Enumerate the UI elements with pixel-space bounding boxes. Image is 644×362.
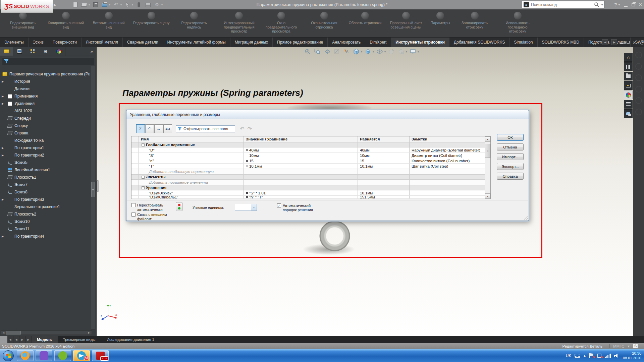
cell-value[interactable] [244, 180, 358, 185]
forum-icon[interactable] [624, 109, 633, 118]
rebuild-auto-option[interactable]: Перестраивать автоматически [131, 203, 168, 212]
tab-configurationmanager[interactable] [26, 47, 39, 56]
first-tab-icon[interactable]: ◀ [7, 336, 13, 343]
cell-note[interactable] [410, 185, 485, 190]
tray-expand-icon[interactable]: ▲ [583, 354, 586, 357]
rebuild-auto-checkbox[interactable] [131, 203, 136, 207]
commandmanager-tab[interactable]: Эскиз [29, 38, 48, 47]
row-selector[interactable] [131, 169, 139, 174]
cell-note[interactable] [410, 175, 485, 179]
cell-value[interactable] [244, 175, 358, 179]
document-restore-icon[interactable] [627, 41, 630, 44]
tree-item[interactable]: ▶ История [0, 78, 90, 85]
row-selector[interactable] [131, 164, 139, 169]
restore-icon[interactable] [632, 3, 635, 6]
dialog-filter-box[interactable]: Отфильтровать все поля [176, 125, 235, 132]
commandmanager-tab[interactable]: Инструменты отрисовки [391, 38, 449, 47]
cell-value[interactable]: = "n" * "T" [244, 196, 358, 198]
angular-units-select[interactable]: ▾ [235, 204, 257, 211]
expand-arrow-icon[interactable]: ▶ [2, 154, 6, 157]
view-orientation-icon[interactable] [352, 48, 360, 56]
keyboard-layout-icon[interactable] [575, 354, 580, 358]
dialog-titlebar[interactable]: Уравнения, глобальные переменные и разме… [126, 110, 529, 119]
sync-center-icon[interactable]: × [597, 353, 602, 358]
display-style-dropdown-icon[interactable]: ▾ [373, 50, 374, 53]
tree-horizontal-scrollbar[interactable]: ◀ ▶ [1, 330, 92, 335]
dialog-button[interactable]: ОК [497, 134, 524, 141]
table-row[interactable]: −"D" = 40мм 40мм Наружный диаметр (Exter… [131, 147, 485, 153]
command-search[interactable]: » ▾ [522, 1, 604, 8]
external-link-option[interactable]: Связь с внешним файлом: [131, 213, 171, 221]
cell-note[interactable]: Диаметр витка (Coil diametr) [410, 153, 485, 158]
hide-show-dropdown-icon[interactable]: ▾ [384, 50, 386, 53]
spring-model-ring[interactable] [319, 221, 350, 251]
commandmanager-tab[interactable]: Листовой металл [82, 38, 123, 47]
view-settings-dropdown-icon[interactable]: ▾ [418, 50, 419, 53]
file-explorer-icon[interactable] [624, 72, 633, 80]
viber-taskbar-button[interactable] [36, 350, 52, 361]
table-row[interactable]: −"D1@Спираль1" = "n" * "T" 151.5мм [131, 196, 485, 199]
cell-note[interactable] [410, 142, 485, 147]
tree-item[interactable]: ▶ Зеркальное отражение1 [0, 203, 90, 210]
appearances-icon[interactable] [624, 90, 633, 99]
document-close-icon[interactable]: × [633, 40, 636, 45]
cell-value[interactable]: = "S" * 1.01 [244, 190, 358, 195]
scrollbar-thumb[interactable]: ≡ [485, 144, 490, 158]
table-row[interactable]: −Добавить погашение элемента [131, 180, 485, 185]
row-selector[interactable] [131, 158, 139, 163]
dialog-button[interactable]: Справка [497, 173, 524, 180]
ribbon-button[interactable]: Использовать последнюю отрисовку [496, 9, 539, 37]
row-selector[interactable] [131, 180, 139, 185]
graphics-area[interactable]: A ▾ ▾ ▾ ▾ ▾ Параметры пружины (Spring pa… [97, 47, 633, 336]
tree-item[interactable]: ▶ Сверху [0, 122, 90, 129]
tree-item[interactable]: ▶ Датчики [0, 85, 90, 93]
expand-arrow-icon[interactable]: ▶ [2, 235, 6, 238]
collapse-icon[interactable]: − [142, 176, 145, 179]
tree-item[interactable]: ▶ По траектории4 [0, 233, 90, 240]
column-header-equals[interactable]: Равняется [358, 136, 410, 142]
dialog-undo-icon[interactable]: ↶ [240, 126, 244, 132]
tree-item[interactable]: ▶ Спереди [0, 115, 90, 122]
options-dropdown-icon[interactable]: ▾ [161, 3, 163, 6]
table-row[interactable]: −"S" = 10мм 10мм Диаметр витка (Coil dia… [131, 153, 485, 158]
undo-icon[interactable]: ↶ [113, 1, 119, 8]
cell-value[interactable]: = 10мм [244, 153, 358, 158]
tree-item[interactable]: ▶ По траектории1 [0, 144, 90, 152]
select-pointer-icon[interactable] [124, 1, 131, 8]
units-dropdown-icon[interactable]: ▾ [628, 344, 630, 349]
undo-dropdown-icon[interactable]: ▾ [120, 3, 122, 6]
cell-note[interactable] [410, 196, 485, 198]
solidworks-taskbar-button[interactable]: 2016 [92, 350, 109, 361]
table-row[interactable]: −"n" = 15 15 Количество витков (Coil num… [131, 158, 485, 164]
collapse-icon[interactable]: − [142, 143, 145, 146]
volume-icon[interactable] [614, 354, 619, 358]
table-row[interactable]: −"T" = 10.1мм 10.1мм Шаг витка (Coil ste… [131, 164, 485, 169]
design-library-icon[interactable] [624, 62, 633, 71]
auto-order-checkbox[interactable]: ✓ [277, 203, 281, 207]
table-row[interactable]: −Глобальные переменные [131, 142, 485, 147]
column-header-value[interactable]: Значение / Уравнение [244, 136, 358, 142]
utorrent-taskbar-button[interactable] [54, 350, 71, 361]
cell-value[interactable]: = 40мм [244, 147, 358, 153]
commandmanager-tab[interactable]: Simulation [509, 38, 537, 47]
row-selector[interactable] [131, 153, 139, 158]
cell-note[interactable] [410, 180, 485, 185]
cell-value[interactable]: = 10.1мм [244, 164, 358, 169]
view-settings-icon[interactable] [409, 48, 417, 56]
commandmanager-tab[interactable]: DimXpert [365, 38, 391, 47]
ribbon-button[interactable]: Редактировать сцену [130, 9, 172, 37]
apply-scene-dropdown-icon[interactable]: ▾ [406, 50, 407, 53]
solidworks-resource-icon[interactable]: S [633, 344, 638, 349]
print-dropdown-icon[interactable]: ▾ [109, 3, 110, 6]
tree-item[interactable]: ▶ Плоскость1 [0, 174, 90, 181]
auto-order-option[interactable]: ✓ Автоматический порядок решения [277, 203, 320, 212]
select-dropdown-icon[interactable]: ▾ [132, 3, 133, 6]
menu-expand-arrow-icon[interactable]: ▶ [54, 3, 56, 7]
tree-item[interactable]: ▶ Эскиз5 [0, 159, 90, 166]
ribbon-button[interactable]: Окно предварительного просмотра [260, 9, 303, 37]
scroll-up-icon[interactable]: ▲ [485, 136, 490, 142]
options-gear-icon[interactable]: ⚙ [154, 1, 160, 8]
row-selector[interactable] [131, 190, 139, 195]
commandmanager-tab[interactable]: Сварные детали [123, 38, 163, 47]
cell-value[interactable] [244, 169, 358, 174]
